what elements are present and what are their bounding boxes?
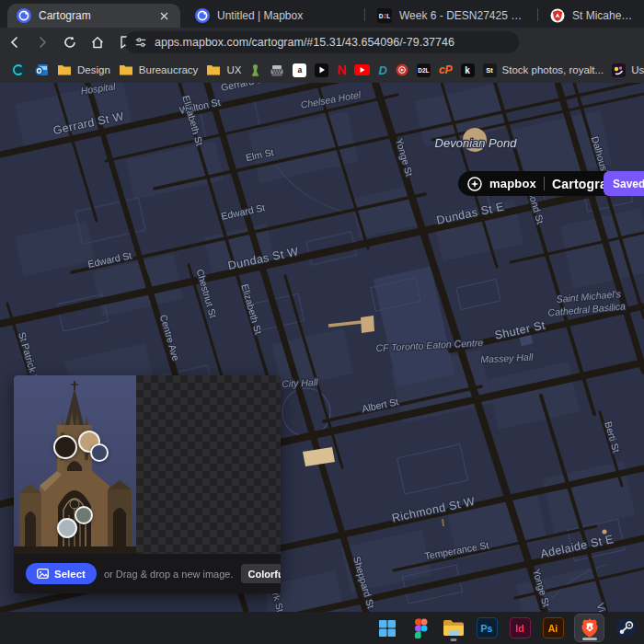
running-indicator <box>451 638 457 641</box>
steam-app[interactable] <box>614 615 638 642</box>
tab-title: Cartogram <box>39 9 149 22</box>
reload-icon[interactable] <box>57 29 83 55</box>
bookmark-label: Design <box>77 64 110 75</box>
bookmark-usability[interactable]: Usab <box>612 63 644 77</box>
d2l-icon: D2L <box>417 63 431 77</box>
red-shield-favicon-icon <box>550 8 565 23</box>
bookmark-label: UX <box>226 64 241 75</box>
figma-icon <box>414 618 428 638</box>
netflix-icon: N <box>337 63 346 77</box>
indesign-app[interactable]: Id <box>508 615 532 642</box>
typewriter-icon <box>270 63 284 77</box>
bookmark-cpanel[interactable]: cP <box>439 63 453 76</box>
bookmark-disney[interactable]: D <box>378 63 386 77</box>
bookmark-d2l[interactable]: D2L <box>417 63 431 77</box>
file-explorer-app[interactable] <box>442 615 466 642</box>
tab-title: Untitled | Mapbox <box>217 9 348 22</box>
disney-plus-icon: D <box>378 63 386 77</box>
folder-icon <box>206 63 221 76</box>
cpanel-icon: cP <box>439 63 453 76</box>
folder-icon <box>57 63 72 76</box>
drag-drop-hint: or Drag & drop a new image. <box>104 569 234 580</box>
folder-icon <box>119 63 133 76</box>
bookmark-typewriter[interactable] <box>270 63 284 77</box>
image-icon <box>37 569 49 579</box>
image-palette-panel: Select or Drag & drop a new image. Color… <box>14 375 281 593</box>
tab-untitled-mapbox[interactable]: Untitled | Mapbox <box>186 4 357 28</box>
bookmark-youtube[interactable] <box>354 64 370 75</box>
mapbox-favicon-icon <box>17 8 31 23</box>
saved-styles-button[interactable]: Saved sty <box>604 171 644 196</box>
back-icon[interactable] <box>2 29 28 55</box>
bookmark-outlook[interactable] <box>34 63 49 77</box>
d2l-favicon-icon: D2L <box>377 8 392 23</box>
color-swatch[interactable] <box>75 506 93 524</box>
brave-icon <box>581 617 599 638</box>
bookmark-stock-photos[interactable]: StStock photos, royalt... <box>483 63 604 77</box>
brave-browser-app[interactable] <box>574 614 604 642</box>
windows-icon <box>378 619 397 638</box>
select-image-button[interactable]: Select <box>26 563 97 584</box>
tab-cartogram[interactable]: Cartogram <box>7 4 180 28</box>
chess-pawn-icon <box>249 63 261 77</box>
file-explorer-icon <box>443 619 465 638</box>
bookmark-circular-site[interactable] <box>11 63 26 77</box>
bookmark-folder-ux[interactable]: UX <box>206 63 241 76</box>
bookmark-video-site[interactable] <box>315 63 328 77</box>
mapbox-logo-icon <box>467 177 482 191</box>
bookmark-netflix[interactable]: N <box>337 63 346 77</box>
youtube-music-icon <box>396 63 408 76</box>
indesign-icon: Id <box>510 617 531 638</box>
teal-circle-icon <box>11 63 26 77</box>
bookmark-youtube-music[interactable] <box>396 63 408 76</box>
transparency-checkerboard <box>136 375 281 554</box>
illustrator-app[interactable]: Ai <box>541 615 565 642</box>
bookmark-k-site[interactable]: k <box>461 63 475 77</box>
palette-mode-dropdown[interactable]: Colorful <box>241 564 281 583</box>
figma-app[interactable] <box>408 615 432 642</box>
amazon-icon: a <box>293 63 306 77</box>
bookmark-folder-bureaucracy[interactable]: Bureaucracy <box>119 63 199 76</box>
outlook-icon <box>34 63 49 77</box>
bookmark-label: Usab <box>631 64 644 75</box>
bookmark-chess[interactable] <box>249 63 261 77</box>
map-label: Devonian Pond <box>435 136 518 150</box>
color-swatch[interactable] <box>90 443 109 462</box>
bookmark-amazon[interactable]: a <box>293 63 306 77</box>
tune-icon[interactable] <box>134 36 147 49</box>
home-icon[interactable] <box>85 29 110 55</box>
panel-toolbar: Select or Drag & drop a new image. Color… <box>14 554 281 593</box>
photoshop-app[interactable]: Ps <box>475 615 499 642</box>
stock-site-icon: St <box>483 63 497 77</box>
tab-title: St Micahel Cathe <box>572 9 635 22</box>
tab-st-michael[interactable]: St Micahel Cathe <box>541 4 644 28</box>
mapbox-favicon-icon <box>195 8 210 23</box>
tab-separator <box>364 8 365 21</box>
forward-icon[interactable] <box>29 29 55 55</box>
bookmark-folder-design[interactable]: Design <box>57 63 110 76</box>
steam-icon <box>615 617 637 638</box>
paint-swirl-icon <box>612 63 626 77</box>
screen: Cartogram Untitled | Mapbox D2L Week 6 -… <box>0 0 644 644</box>
panel-media <box>14 375 281 554</box>
k-icon: k <box>461 63 475 77</box>
url-text: apps.mapbox.com/cartogram/#15.31/43.6540… <box>155 36 454 49</box>
bookmark-label: Bureaucracy <box>139 64 199 75</box>
windows-start-button[interactable] <box>375 615 399 642</box>
bookmarks-bar: Design Bureaucracy UX a N D D2L cP k StS… <box>0 57 644 83</box>
tab-separator <box>537 8 538 21</box>
mapbox-wordmark: mapbox <box>489 177 536 190</box>
play-icon <box>315 63 328 77</box>
windows-taskbar: Ps Id Ai <box>0 612 644 644</box>
color-swatch[interactable] <box>53 435 77 459</box>
browser-tab-strip: Cartogram Untitled | Mapbox D2L Week 6 -… <box>0 0 644 28</box>
logo-divider <box>544 177 545 190</box>
tab-title: Week 6 - DESN27425 Interaction Des <box>399 9 524 22</box>
bookmark-label: Stock photos, royalt... <box>502 64 604 75</box>
close-icon[interactable] <box>156 8 171 23</box>
address-bar[interactable]: apps.mapbox.com/cartogram/#15.31/43.6540… <box>125 31 519 53</box>
color-swatch[interactable] <box>57 518 77 538</box>
browser-toolbar: apps.mapbox.com/cartogram/#15.31/43.6540… <box>0 28 644 57</box>
active-app-indicator <box>582 638 597 640</box>
tab-d2l-week6[interactable]: D2L Week 6 - DESN27425 Interaction Des <box>368 4 534 28</box>
